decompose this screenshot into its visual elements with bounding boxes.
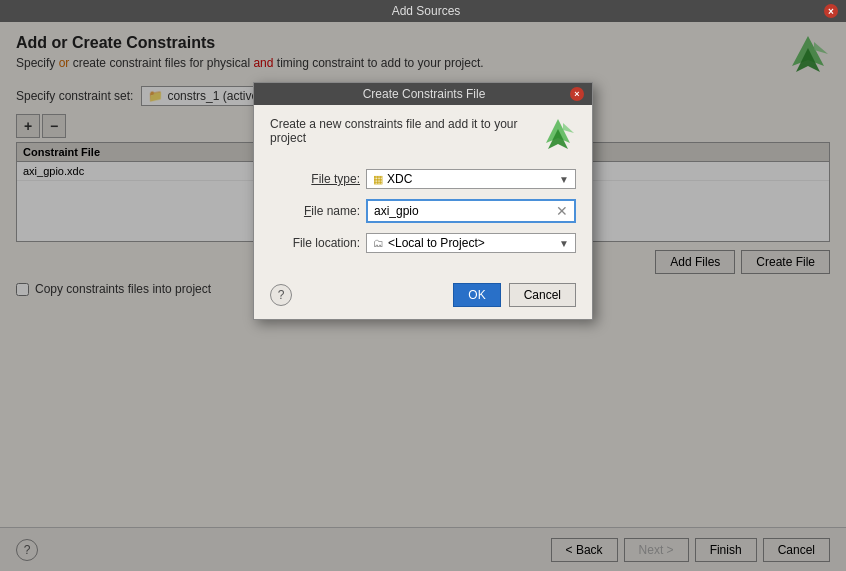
modal-body: Create a new constraints file and add it… <box>254 105 592 275</box>
file-type-value: XDC <box>387 172 555 186</box>
modal-ok-button[interactable]: OK <box>453 283 500 307</box>
file-type-label: File type: <box>270 172 360 186</box>
modal-footer: ? OK Cancel <box>254 275 592 319</box>
modal-overlay: Create Constraints File × Create a new c… <box>0 22 846 571</box>
file-type-chevron-icon: ▼ <box>559 174 569 185</box>
file-name-input-container: ✕ <box>366 199 576 223</box>
file-location-row: File location: 🗂 <Local to Project> ▼ <box>270 233 576 253</box>
modal-cancel-button[interactable]: Cancel <box>509 283 576 307</box>
window-close-button[interactable]: × <box>824 4 838 18</box>
modal-title: Create Constraints File <box>363 87 486 101</box>
folder-small-icon: 🗂 <box>373 237 384 249</box>
file-location-chevron-icon: ▼ <box>559 238 569 249</box>
modal-description-text: Create a new constraints file and add it… <box>270 117 540 145</box>
file-name-row: File name: ✕ <box>270 199 576 223</box>
title-bar: Add Sources × <box>0 0 846 22</box>
file-name-label: File name: <box>270 204 360 218</box>
modal-logo-icon <box>540 117 576 153</box>
modal-titlebar: Create Constraints File × <box>254 83 592 105</box>
file-type-row: File type: ▦ XDC ▼ <box>270 169 576 189</box>
svg-marker-5 <box>563 123 574 133</box>
modal-close-button[interactable]: × <box>570 87 584 101</box>
file-name-label-text: File name: <box>304 204 360 218</box>
file-location-label-text: File location: <box>293 236 360 250</box>
file-location-control[interactable]: 🗂 <Local to Project> ▼ <box>366 233 576 253</box>
file-name-input[interactable] <box>374 204 556 218</box>
file-location-value: <Local to Project> <box>388 236 555 250</box>
file-location-label: File location: <box>270 236 360 250</box>
modal-description-row: Create a new constraints file and add it… <box>270 117 576 153</box>
create-constraints-dialog: Create Constraints File × Create a new c… <box>253 82 593 320</box>
file-type-control[interactable]: ▦ XDC ▼ <box>366 169 576 189</box>
file-type-label-text: File type: <box>311 172 360 186</box>
window-title: Add Sources <box>28 4 824 18</box>
modal-help-button[interactable]: ? <box>270 284 292 306</box>
main-window: Add or Create Constraints Specify or cre… <box>0 22 846 571</box>
xdc-icon: ▦ <box>373 173 383 186</box>
clear-input-icon[interactable]: ✕ <box>556 203 568 219</box>
modal-action-buttons: OK Cancel <box>453 283 576 307</box>
